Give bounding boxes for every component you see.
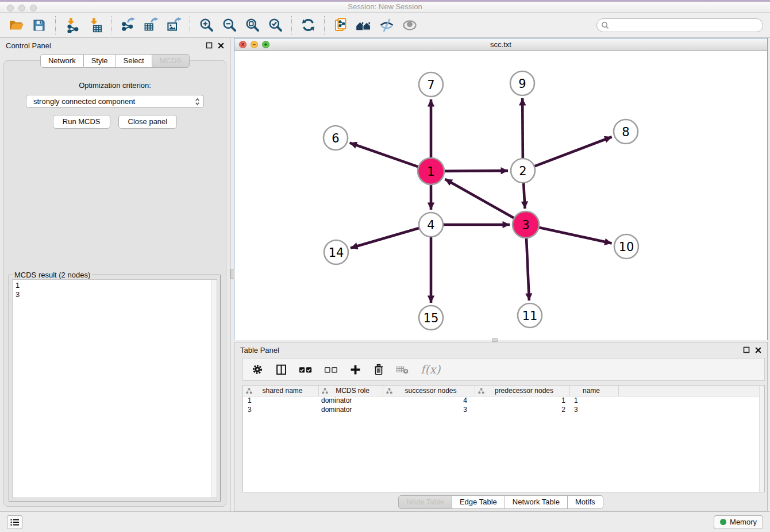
first-neighbors-icon[interactable] [355,16,373,34]
network-maximize-button[interactable]: + [262,41,270,48]
minimize-window-button[interactable] [18,5,25,11]
table-row-0[interactable]: 1dominator411 [243,396,764,406]
search-box [596,18,763,32]
graph-edge-2-9[interactable] [522,98,523,160]
status-bar: Memory [0,511,770,532]
optimization-criterion-label: Optimization criterion: [4,81,226,90]
result-scrollbar[interactable] [211,280,217,498]
graph-edge-3-1[interactable] [445,179,517,219]
tab-network-table[interactable]: Network Table [505,495,568,509]
column-header-successor-nodes[interactable]: successor nodes [383,385,475,396]
memory-button[interactable]: Memory [714,515,763,529]
tab-network[interactable]: Network [40,54,84,68]
show-all-eye-icon[interactable] [401,16,419,34]
table-cell[interactable]: 1 [475,396,570,406]
clone-network-icon[interactable] [332,16,350,34]
mcds-result-box: MCDS result (2 nodes) 1 3 [9,275,221,502]
network-view-window: × − + scc.txt 7968124314101511 [234,38,768,340]
refresh-icon[interactable] [299,16,317,34]
network-close-button[interactable]: × [239,41,247,48]
table-cell[interactable]: dominator [319,406,383,415]
graph-edge-4-14[interactable] [351,228,421,248]
zoom-out-icon[interactable] [220,16,238,34]
table-cell[interactable]: 3 [570,406,619,415]
import-network-icon[interactable] [63,16,81,34]
graph-edge-3-11[interactable] [526,235,529,300]
table-cell[interactable]: 2 [475,406,570,415]
mcds-result-list[interactable]: 1 3 [12,279,217,498]
select-stepper-icon [194,97,201,107]
hide-selected-eye-icon[interactable] [378,16,396,34]
table-row-1[interactable]: 3dominator323 [243,406,764,415]
column-header-shared-name[interactable]: shared name [243,385,319,396]
search-input[interactable] [596,18,763,32]
table-cell[interactable]: dominator [319,396,383,406]
toolbar-separator [55,16,56,34]
tab-motifs[interactable]: Motifs [568,495,603,509]
main-toolbar [0,13,770,38]
table-cell[interactable]: 3 [243,406,319,415]
tab-style[interactable]: Style [84,54,116,68]
column-header-predecessor-nodes[interactable]: predecessor nodes [475,385,570,396]
table-cell[interactable]: 1 [243,396,319,406]
memory-label: Memory [730,518,757,526]
control-panel-title: Control Panel [6,41,51,50]
graph-edge-2-8[interactable] [533,137,612,167]
graph-edge-2-3[interactable] [523,181,525,209]
close-window-button[interactable] [7,5,14,11]
function-builder-icon[interactable]: f(x) [421,363,440,376]
table-cell[interactable]: 4 [383,396,475,406]
tab-mcds[interactable]: MCDS [152,54,190,68]
graph-node-label-10: 10 [619,240,634,254]
open-folder-icon[interactable] [7,16,25,34]
delete-table-icon[interactable] [396,365,409,375]
tab-select[interactable]: Select [116,54,152,68]
export-table-icon[interactable] [141,16,160,34]
export-network-icon[interactable] [118,16,137,34]
tab-node-table[interactable]: Node Table [398,495,452,509]
select-all-columns-icon[interactable] [299,365,313,374]
table-scrollbar[interactable] [759,385,764,492]
maximize-window-button[interactable] [30,5,37,11]
criterion-select[interactable]: strongly connected component [26,95,204,108]
close-panel-icon[interactable] [218,43,224,49]
import-table-icon[interactable] [86,16,104,34]
save-icon[interactable] [30,16,48,34]
zoom-selected-icon[interactable] [266,16,284,34]
zoom-in-icon[interactable] [197,16,215,34]
graph-node-label-3: 3 [522,218,529,232]
table-settings-gear-icon[interactable] [251,363,264,376]
graph-node-label-15: 15 [424,311,439,325]
graph-node-label-1: 1 [427,165,434,179]
network-minimize-button[interactable]: − [251,41,258,48]
float-panel-icon[interactable] [743,346,750,353]
task-history-button[interactable] [7,515,22,529]
mcds-result-item: 1 [16,281,217,290]
network-canvas[interactable]: 7968124314101511 [234,51,767,340]
split-columns-icon[interactable] [275,364,287,376]
graph-node-label-11: 11 [522,309,538,323]
graph-edge-1-6[interactable] [350,143,421,168]
table-cell[interactable]: 1 [570,396,619,406]
float-panel-icon[interactable] [206,42,213,49]
graph-node-label-14: 14 [329,246,344,260]
close-panel-icon[interactable] [755,347,761,353]
control-panel-tabs: Network Style Select MCDS [0,54,230,68]
zoom-fit-icon[interactable] [243,16,261,34]
column-header-MCDS-role[interactable]: MCDS role [319,385,383,396]
table-cell[interactable]: 3 [383,406,475,415]
vertical-splitter-handle[interactable] [230,269,234,279]
mcds-result-item: 3 [16,290,217,299]
graph-edge-1-2[interactable] [441,171,508,171]
add-column-icon[interactable] [349,364,361,376]
table-panel-title: Table Panel [240,346,279,354]
delete-column-trash-icon[interactable] [373,363,384,376]
close-panel-button[interactable]: Close panel [118,115,178,129]
run-mcds-button[interactable]: Run MCDS [53,115,110,129]
toolbar-separator [111,16,111,34]
graph-edge-3-10[interactable] [536,227,612,244]
export-image-icon[interactable] [164,16,183,34]
deselect-all-columns-icon[interactable] [324,365,338,374]
tab-edge-table[interactable]: Edge Table [452,495,505,509]
column-header-name[interactable]: name [570,385,619,396]
